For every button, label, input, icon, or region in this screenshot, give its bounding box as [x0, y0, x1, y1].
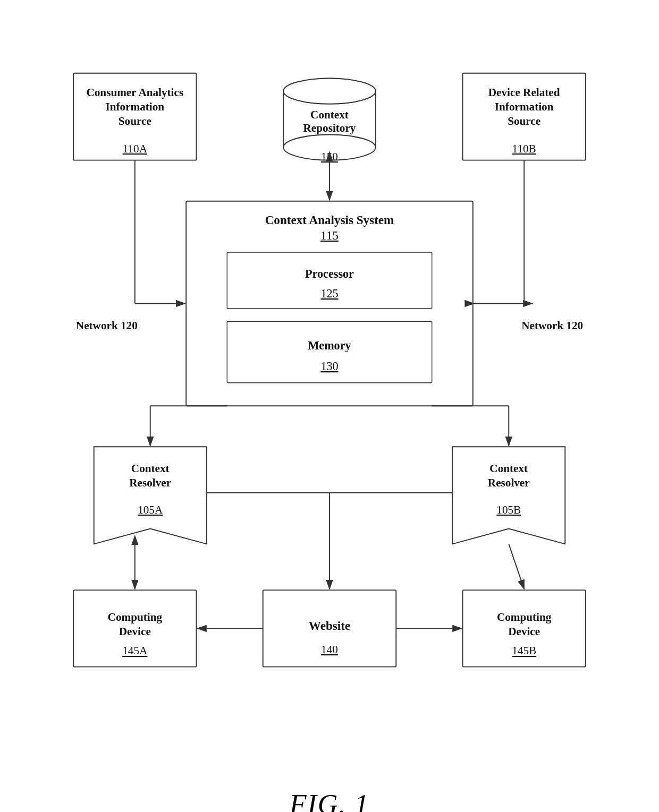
consumer-analytics-id: 110A: [123, 142, 148, 155]
context-analysis-system-node: Context Analysis System 115 Processor 12…: [186, 201, 473, 406]
cd-a-label2: Device: [119, 625, 151, 638]
cr-a-label2: Resolver: [129, 476, 171, 489]
device-related-node: Device Related Information Source 110B: [463, 73, 586, 160]
network-right-label: Network 120: [521, 319, 583, 332]
network-left-label: Network 120: [76, 319, 138, 332]
cd-b-label2: Device: [508, 625, 540, 638]
cas-id: 115: [320, 228, 339, 242]
cr-a-label1: Context: [131, 462, 170, 475]
website-id: 140: [321, 643, 338, 656]
cr-b-label1: Context: [489, 462, 528, 475]
website-label: Website: [309, 619, 350, 632]
device-related-label1: Device Related: [488, 86, 560, 99]
computing-device-a-node: Computing Device 145A: [73, 590, 196, 667]
context-repo-label: Context: [310, 108, 349, 121]
crb-to-cdb-arrow: [509, 544, 524, 589]
cd-b-id: 145B: [512, 645, 536, 657]
cd-b-label1: Computing: [497, 611, 552, 623]
website-node: Website 140: [263, 590, 396, 667]
context-resolver-a-node: Context Resolver 105A: [94, 447, 207, 544]
memory-label: Memory: [308, 339, 351, 352]
device-related-label3: Source: [508, 115, 540, 127]
memory-id: 130: [320, 360, 338, 373]
processor-id: 125: [320, 287, 338, 300]
context-repository-node: Context Repository 150: [283, 78, 375, 163]
cr-a-id: 105A: [138, 503, 163, 516]
context-resolver-b-node: Context Resolver 105B: [452, 447, 565, 544]
device-related-id: 110B: [512, 142, 536, 155]
svg-point-7: [283, 78, 375, 104]
consumer-analytics-label3: Source: [119, 115, 151, 127]
consumer-analytics-label1: Consumer Analytics: [86, 86, 183, 99]
cr-b-label2: Resolver: [488, 476, 530, 489]
computing-device-b-node: Computing Device 145B: [463, 590, 586, 667]
processor-label: Processor: [305, 267, 354, 280]
diagram-container: Context Repository 150 Consumer Analytic…: [37, 21, 622, 757]
cd-a-id: 145A: [122, 645, 148, 657]
cr-b-id: 105B: [496, 503, 521, 516]
consumer-analytics-label2: Information: [105, 100, 164, 113]
device-related-label2: Information: [495, 100, 554, 113]
cas-label: Context Analysis System: [265, 213, 394, 227]
figure-caption: FIG. 1: [290, 789, 370, 812]
cd-a-label1: Computing: [108, 611, 163, 623]
context-repo-label2: Repository: [303, 122, 356, 134]
consumer-analytics-node: Consumer Analytics Information Source 11…: [73, 73, 196, 160]
